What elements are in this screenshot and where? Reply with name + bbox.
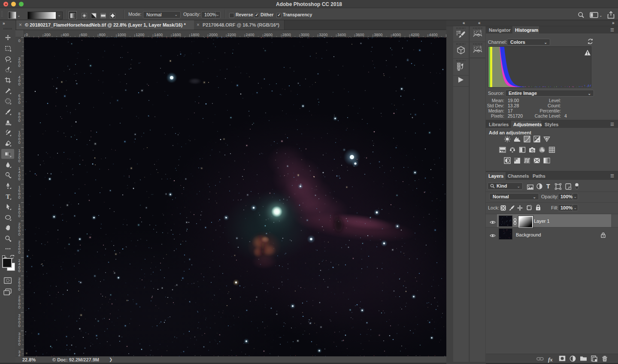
svg-text:2400: 2400 — [245, 33, 254, 37]
svg-text:3200: 3200 — [18, 332, 20, 346]
svg-text:600: 600 — [81, 33, 87, 37]
svg-text:2200: 2200 — [18, 240, 20, 255]
svg-text:2400: 2400 — [18, 258, 20, 273]
svg-text:800: 800 — [18, 112, 20, 123]
svg-text:1200: 1200 — [18, 149, 20, 163]
svg-text:2000: 2000 — [209, 33, 218, 37]
svg-text:3000: 3000 — [301, 33, 309, 37]
svg-text:1000: 1000 — [118, 33, 126, 37]
svg-text:1800: 1800 — [191, 33, 199, 37]
svg-text:200: 200 — [44, 33, 51, 37]
svg-text:0: 0 — [18, 39, 20, 43]
svg-text:3000: 3000 — [18, 313, 20, 328]
svg-text:1200: 1200 — [136, 33, 144, 37]
svg-text:800: 800 — [99, 33, 106, 37]
svg-text:1000: 1000 — [18, 130, 20, 145]
svg-text:1400: 1400 — [18, 167, 20, 181]
svg-text:3400: 3400 — [337, 33, 346, 37]
svg-text:1600: 1600 — [173, 33, 181, 37]
svg-text:4400: 4400 — [429, 33, 437, 37]
svg-text:T: T — [6, 193, 10, 200]
svg-text:2200: 2200 — [227, 33, 236, 37]
svg-text:4000: 4000 — [392, 33, 401, 37]
svg-text:2800: 2800 — [282, 33, 291, 37]
svg-text:2600: 2600 — [264, 33, 273, 37]
svg-text:3200: 3200 — [319, 33, 327, 37]
svg-text:3400: 3400 — [18, 350, 20, 356]
svg-text:2600: 2600 — [18, 277, 20, 291]
svg-text:3600: 3600 — [356, 33, 364, 37]
svg-text:400: 400 — [62, 33, 69, 37]
svg-text:200: 200 — [18, 57, 20, 68]
svg-text:0: 0 — [26, 33, 28, 37]
svg-text:1600: 1600 — [18, 185, 20, 200]
svg-text:2000: 2000 — [18, 222, 20, 237]
svg-text:600: 600 — [18, 94, 20, 105]
svg-text:1800: 1800 — [18, 203, 20, 218]
svg-text:1400: 1400 — [154, 33, 163, 37]
svg-text:3800: 3800 — [374, 33, 382, 37]
svg-text:4200: 4200 — [411, 33, 419, 37]
svg-text:2800: 2800 — [18, 295, 20, 309]
svg-text:400: 400 — [18, 75, 20, 86]
